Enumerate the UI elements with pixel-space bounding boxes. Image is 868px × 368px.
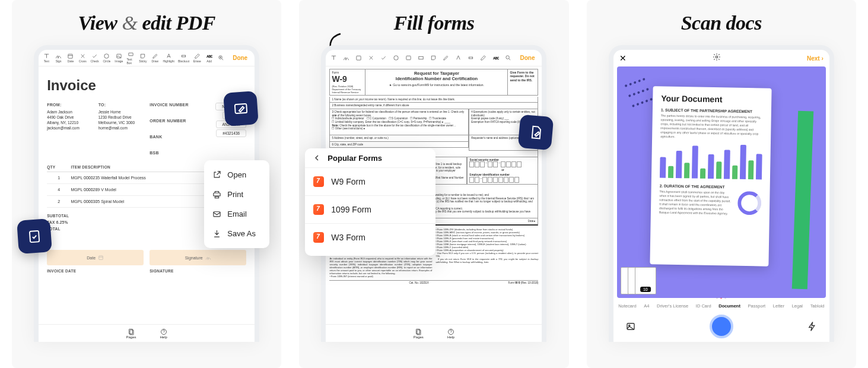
camera-preview: Your Document 1. SUBJECT OF THE PARTNERS…	[617, 66, 826, 298]
doc-type-option[interactable]: Document	[718, 303, 740, 309]
nav-pages[interactable]: Pages	[414, 328, 424, 339]
w9-give: Give Form to the requester. Do not send …	[508, 69, 538, 95]
close-icon[interactable]: ✕	[619, 53, 627, 63]
tool-textbox[interactable]	[416, 55, 425, 61]
gallery-icon[interactable]	[625, 321, 636, 332]
flash-icon[interactable]	[807, 321, 818, 332]
tool-highlight[interactable]: Highlight	[163, 53, 174, 63]
nav-help[interactable]: Help	[447, 328, 454, 339]
form-option-w3[interactable]: W3 Form	[305, 223, 435, 251]
tool-sticky[interactable]	[429, 55, 438, 61]
doc-section-text: This Agreement shall commence upon on th…	[659, 189, 732, 215]
svg-point-20	[506, 56, 510, 59]
popular-forms-card: Popular Forms W9 Form 1099 Form W3 Form	[305, 148, 435, 256]
tablet-frame: ✕ Next › Your Document 1. SUBJECT OF THE…	[609, 45, 834, 342]
title-word: edit PDF	[142, 12, 215, 34]
form-brand-icon	[313, 176, 324, 187]
th-qty: QTY	[47, 163, 71, 172]
tool-date[interactable]: Date	[66, 53, 75, 63]
subtotal-label: SUBTOTAL	[47, 214, 69, 218]
decoration-dots	[622, 73, 655, 111]
tool-sign[interactable]: Sign	[54, 53, 62, 63]
tool-zoom[interactable]	[504, 55, 513, 61]
tool-add[interactable]: ABCAdd	[205, 53, 213, 63]
panel-title: Scan docs	[681, 12, 762, 34]
nav-pages[interactable]: Pages	[126, 328, 136, 339]
svg-rect-17	[419, 56, 423, 59]
doc-section-text: The parties hereto desire to enter into …	[660, 114, 763, 141]
panel-view-edit: View & edit PDF Text Sign Date Cross Che…	[12, 0, 281, 368]
form-option-w9[interactable]: W9 Form	[305, 167, 435, 195]
ssn-boxes[interactable]: ––	[469, 161, 536, 167]
tool-blackout[interactable]: Blackout	[178, 53, 189, 63]
svg-text:ABC: ABC	[206, 55, 212, 58]
w9-subtitle: Request for Taxpayer Identification Numb…	[367, 71, 505, 82]
tool-circle[interactable]: Circle	[103, 53, 111, 63]
svg-point-15	[394, 56, 398, 60]
ein-boxes[interactable]: –	[469, 177, 536, 183]
nav-help[interactable]: Help	[160, 328, 167, 339]
thumbnail-stack[interactable]	[621, 267, 642, 294]
chevron-left-icon[interactable]	[312, 153, 322, 163]
to-block: TO:Jessie Horne 1230 Redbud Drive Melbou…	[98, 102, 144, 157]
doc-type-option[interactable]: ID Card	[696, 303, 711, 309]
tool-check[interactable]	[379, 55, 388, 61]
tool-cross[interactable]	[367, 55, 376, 61]
menu-saveas[interactable]: Save As	[204, 224, 269, 243]
tool-circle[interactable]	[392, 55, 400, 61]
tool-add[interactable]: ABC	[491, 55, 500, 61]
signature-label: SIGNATURE	[150, 269, 246, 273]
document-type-selector[interactable]: NotecardA4Driver's LicenseID CardDocumen…	[613, 300, 829, 312]
tool-sticky[interactable]: Sticky	[139, 53, 147, 63]
tool-draw[interactable]: Draw	[151, 53, 159, 63]
done-button[interactable]: Done	[229, 55, 251, 61]
w9-form-number: W-9	[332, 74, 363, 85]
invoice-date-label: INVOICE DATE	[47, 269, 144, 273]
svg-rect-16	[406, 56, 411, 59]
tool-check[interactable]: Check	[90, 53, 98, 63]
next-button[interactable]: Next ›	[807, 55, 824, 62]
panel-scan-docs: Scan docs ✕ Next › Your Document 1. SUBJ…	[587, 0, 856, 368]
tool-textbox[interactable]: Text Box	[126, 51, 135, 65]
scanned-document: Your Document 1. SUBJECT OF THE PARTNERS…	[650, 86, 771, 266]
tool-zoom[interactable]	[217, 55, 225, 61]
menu-print[interactable]: Print	[204, 185, 269, 204]
doc-title: Your Document	[661, 94, 763, 105]
th-desc: ITEM DESCRIPTION	[71, 163, 221, 172]
settings-icon[interactable]	[713, 53, 721, 64]
doc-type-option[interactable]: Legal	[792, 303, 803, 309]
tool-highlight[interactable]	[454, 55, 463, 61]
doc-section-heading: 1. SUBJECT OF THE PARTNERSHIP AGREEMENT	[661, 108, 763, 114]
tool-image[interactable]: Image	[115, 53, 123, 63]
tool-blackout[interactable]	[466, 55, 475, 61]
tool-text[interactable]: Text	[42, 53, 50, 63]
doc-type-option[interactable]: Letter	[773, 303, 784, 309]
svg-rect-7	[99, 256, 103, 260]
doc-type-option[interactable]: A4	[644, 303, 649, 309]
form-option-1099[interactable]: 1099 Form	[305, 195, 435, 223]
tool-sign[interactable]	[342, 55, 351, 61]
shutter-button[interactable]	[710, 315, 733, 338]
tool-text[interactable]	[329, 55, 338, 61]
tool-image[interactable]	[404, 55, 413, 61]
form-brand-icon	[313, 204, 324, 215]
panel-title: View & edit PDF	[78, 12, 215, 34]
tool-date[interactable]	[354, 55, 363, 61]
tool-cross[interactable]: Cross	[78, 53, 87, 63]
tool-erase[interactable]	[479, 55, 488, 61]
meta-labels: INVOICE NUMBER ORDER NUMBER BANK BSB	[150, 102, 195, 157]
menu-email[interactable]: Email	[204, 204, 269, 224]
doc-type-option[interactable]: Notecard	[618, 303, 636, 309]
tool-draw[interactable]	[441, 55, 450, 61]
done-button[interactable]: Done	[516, 55, 538, 61]
tool-erase[interactable]: Erase	[193, 53, 201, 63]
edit-badge-icon	[223, 91, 259, 126]
svg-point-1	[104, 54, 109, 58]
svg-point-24	[716, 56, 718, 58]
date-field[interactable]: Date	[47, 250, 144, 265]
signature-field[interactable]: Signature	[150, 250, 246, 265]
menu-open[interactable]: Open	[204, 165, 269, 185]
doc-type-option[interactable]: Tabloid	[810, 303, 825, 309]
doc-type-option[interactable]: Passport	[748, 303, 766, 309]
doc-type-option[interactable]: Driver's License	[657, 303, 688, 309]
